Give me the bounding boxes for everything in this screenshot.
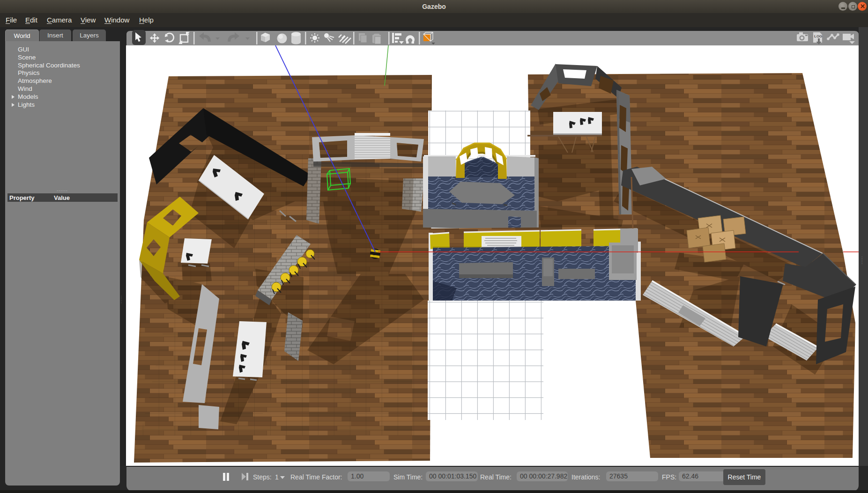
svg-text:LOG: LOG bbox=[814, 34, 822, 38]
